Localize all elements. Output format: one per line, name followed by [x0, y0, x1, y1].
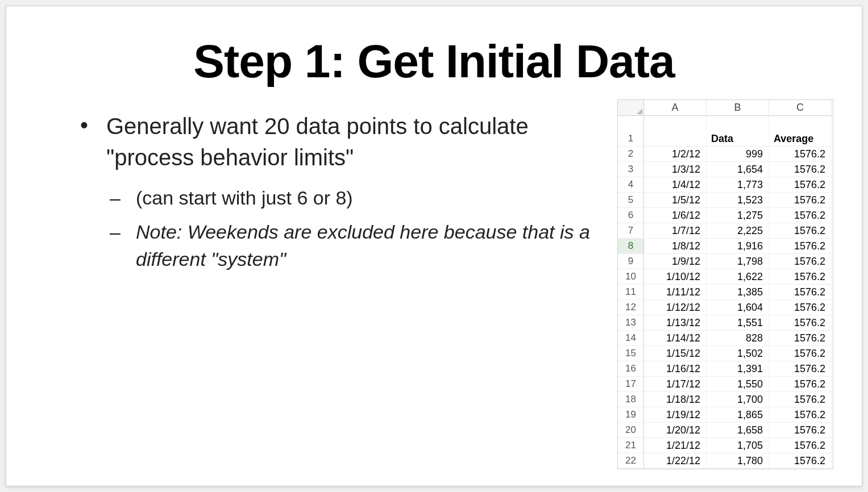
cell-date: 1/9/12 — [644, 254, 707, 269]
cell-date: 1/5/12 — [644, 193, 707, 207]
cell-average: 1576.2 — [769, 315, 832, 330]
slide-title: Step 1: Get Initial Data — [35, 35, 833, 88]
cell-date: 1/8/12 — [644, 239, 707, 253]
slide: Step 1: Get Initial Data Generally want … — [6, 6, 862, 486]
table-row: 91/9/121,7981576.2 — [618, 254, 833, 269]
cell-data: 1,700 — [707, 392, 769, 407]
row-number: 18 — [618, 392, 644, 407]
row-number: 2 — [618, 147, 644, 161]
table-row: 161/16/121,3911576.2 — [618, 361, 833, 377]
cell-date: 1/22/12 — [644, 453, 707, 468]
cell-date: 1/19/12 — [644, 407, 707, 422]
cell-data: 1,391 — [707, 361, 769, 376]
table-row: 71/7/122,2251576.2 — [618, 223, 833, 239]
bullet-main: Generally want 20 data points to calcula… — [80, 111, 595, 173]
cell-average: 1576.2 — [769, 331, 832, 345]
table-row: 41/4/121,7731576.2 — [618, 177, 833, 193]
cell-average: 1576.2 — [769, 147, 832, 161]
cell-date: 1/21/12 — [644, 438, 707, 453]
table-row: 211/21/121,7051576.2 — [618, 438, 833, 453]
cell-data: 1,705 — [707, 438, 769, 453]
table-row: 61/6/121,2751576.2 — [618, 208, 833, 223]
cell-average: 1576.2 — [769, 223, 832, 238]
table-row: 141/14/128281576.2 — [618, 331, 833, 346]
column-header-row: A B C — [618, 100, 833, 116]
cell-data: 1,502 — [707, 346, 769, 361]
cell-average: 1576.2 — [769, 193, 832, 207]
slide-content: Generally want 20 data points to calcula… — [35, 105, 833, 469]
row-number: 16 — [618, 361, 644, 376]
table-row: 51/5/121,5231576.2 — [618, 193, 833, 208]
cell-average: 1576.2 — [769, 377, 832, 391]
row-number: 20 — [618, 423, 644, 437]
table-row: 151/15/121,5021576.2 — [618, 346, 833, 361]
row-number: 8 — [618, 239, 644, 253]
cell-data: 1,798 — [707, 254, 769, 269]
cell-average: 1576.2 — [769, 208, 832, 223]
row-number: 21 — [618, 438, 644, 453]
cell-data: 1,523 — [707, 193, 769, 207]
cell-data: 828 — [707, 331, 769, 345]
cell-data: 1,551 — [707, 315, 769, 330]
cell-date: 1/15/12 — [644, 346, 707, 361]
cell-date: 1/16/12 — [644, 361, 707, 376]
table-row: 1 Data Average — [618, 116, 833, 147]
cell-average: 1576.2 — [769, 346, 832, 361]
table-row: 201/20/121,6581576.2 — [618, 423, 833, 438]
cell-average: 1576.2 — [769, 453, 832, 468]
cell-average: 1576.2 — [769, 177, 832, 192]
column-header-C: C — [769, 100, 832, 115]
cell-date: 1/18/12 — [644, 392, 707, 407]
column-header-A: A — [644, 100, 707, 115]
column-header-B: B — [707, 100, 769, 115]
cell-date: 1/13/12 — [644, 315, 707, 330]
cell-average: 1576.2 — [769, 162, 832, 177]
cell-B1: Data — [707, 116, 769, 146]
cell-data: 1,773 — [707, 177, 769, 192]
cell-average: 1576.2 — [769, 285, 832, 299]
cell-data: 1,604 — [707, 300, 769, 315]
table-row: 101/10/121,6221576.2 — [618, 269, 833, 285]
row-number: 12 — [618, 300, 644, 315]
table-row: 111/11/121,3851576.2 — [618, 285, 833, 300]
cell-data: 2,225 — [707, 223, 769, 238]
table-row: 81/8/121,9161576.2 — [618, 239, 833, 254]
cell-average: 1576.2 — [769, 407, 832, 422]
bullet-sub-2: Note: Weekends are excluded here because… — [110, 219, 595, 273]
cell-data: 1,654 — [707, 162, 769, 177]
row-number: 22 — [618, 453, 644, 468]
cell-data: 1,780 — [707, 453, 769, 468]
cell-average: 1576.2 — [769, 300, 832, 315]
table-row: 221/22/121,7801576.2 — [618, 453, 833, 469]
row-number: 14 — [618, 331, 644, 345]
cell-date: 1/6/12 — [644, 208, 707, 223]
cell-average: 1576.2 — [769, 269, 832, 284]
bullet-sub-1: (can start with just 6 or 8) — [110, 185, 595, 212]
cell-data: 1,865 — [707, 407, 769, 422]
table-row: 31/3/121,6541576.2 — [618, 162, 833, 177]
cell-C1: Average — [769, 116, 832, 146]
cell-date: 1/4/12 — [644, 177, 707, 192]
cell-date: 1/17/12 — [644, 377, 707, 391]
row-number: 3 — [618, 162, 644, 177]
row-number: 15 — [618, 346, 644, 361]
bullet-list: Generally want 20 data points to calcula… — [35, 105, 595, 280]
table-row: 21/2/129991576.2 — [618, 147, 833, 162]
cell-data: 1,622 — [707, 269, 769, 284]
row-number: 10 — [618, 269, 644, 284]
row-number: 7 — [618, 223, 644, 238]
cell-data: 1,385 — [707, 285, 769, 299]
cell-date: 1/3/12 — [644, 162, 707, 177]
cell-date: 1/7/12 — [644, 223, 707, 238]
cell-average: 1576.2 — [769, 239, 832, 253]
row-number: 17 — [618, 377, 644, 391]
spreadsheet: A B C 1 Data Average 21/2/129991576.231/… — [617, 99, 833, 469]
row-number: 6 — [618, 208, 644, 223]
row-number: 9 — [618, 254, 644, 269]
table-row: 121/12/121,6041576.2 — [618, 300, 833, 315]
cell-date: 1/10/12 — [644, 269, 707, 284]
row-number: 5 — [618, 193, 644, 207]
cell-data: 1,550 — [707, 377, 769, 391]
row-number: 1 — [618, 116, 644, 146]
row-number: 11 — [618, 285, 644, 299]
